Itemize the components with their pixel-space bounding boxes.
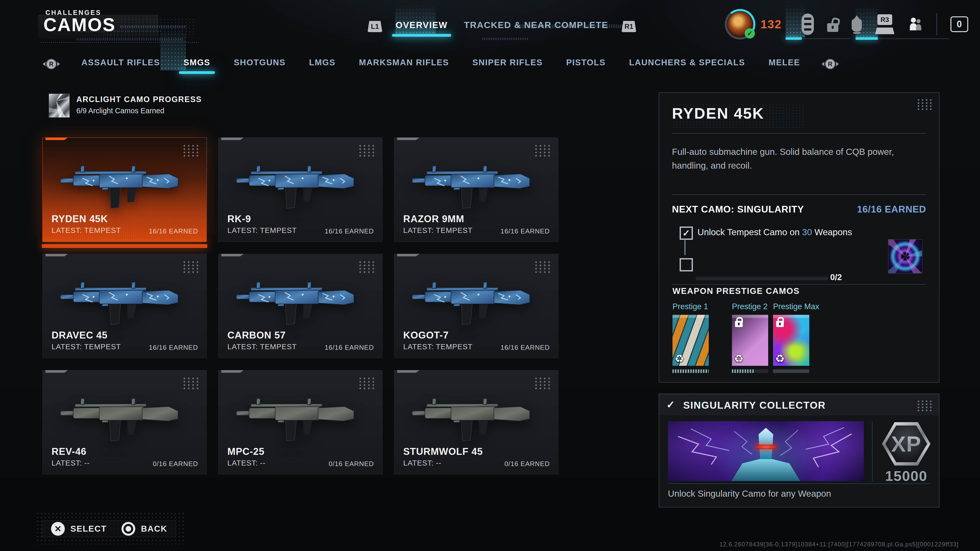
- stick-cycle-left-icon[interactable]: R: [44, 58, 59, 70]
- prestige-label-prestige-1: Prestige 1: [673, 302, 708, 311]
- l1-shoulder-button[interactable]: L1: [368, 21, 382, 32]
- weapon-image-dravec-45: [53, 262, 196, 328]
- xp-value: 15000: [882, 468, 931, 484]
- weapon-description: Full-auto submachine gun. Solid balance …: [672, 145, 902, 173]
- weapon-latest-camo: LATEST: --: [403, 459, 442, 467]
- view-tab-overview[interactable]: OVERVIEW: [393, 18, 450, 35]
- prestige-camo-tile-prestige-2[interactable]: ♻: [732, 315, 768, 366]
- weapon-image-sturmwolf-45: [405, 378, 548, 444]
- decor-noise: [482, 38, 528, 40]
- category-tab-melee[interactable]: MELEE: [767, 55, 801, 73]
- weapon-name: REV-46: [52, 446, 86, 457]
- challenge-value: 30: [802, 227, 812, 237]
- weapon-earned-count: 0/16 EARNED: [504, 460, 550, 468]
- collector-artwork: [668, 421, 864, 481]
- prestige-section-title: WEAPON PRESTIGE CAMOS: [673, 286, 800, 296]
- grid-dots-icon: [916, 98, 933, 111]
- r1-shoulder-button[interactable]: R1: [621, 21, 636, 32]
- player-level: 132: [760, 17, 782, 31]
- prestige-camo-tile-prestige-max[interactable]: ♻: [773, 315, 809, 366]
- card-corner-decor: [397, 138, 420, 140]
- singularity-camo-thumbnail: [888, 239, 922, 273]
- card-corner-decor: [45, 254, 68, 256]
- grid-dots-icon: [916, 400, 933, 412]
- lock-icon: [735, 321, 743, 327]
- category-tab-marksman-rifles[interactable]: MARKSMAN RIFLES: [358, 55, 450, 73]
- next-camo-label: NEXT CAMO: SINGULARITY: [672, 204, 804, 215]
- weapon-card-sturmwolf-45[interactable]: STURMWOLF 45LATEST: --0/16 EARNED: [394, 370, 558, 475]
- weapon-image-rev-46: [53, 378, 196, 444]
- action-back[interactable]: BACK: [121, 522, 167, 536]
- challenge-checkbox-next[interactable]: [679, 258, 693, 272]
- footer-action-bar: ✕SELECTBACK: [42, 520, 176, 537]
- weapon-name: CARBON 57: [228, 330, 286, 341]
- weapon-card-rk-9[interactable]: RK-9LATEST: TEMPEST16/16 EARNED: [218, 138, 383, 242]
- prestige-loop-icon: ♻: [734, 352, 744, 365]
- weapon-image-kogot-7: [405, 262, 548, 328]
- unlock-icon[interactable]: [827, 23, 838, 32]
- weapon-earned-count: 16/16 EARNED: [325, 227, 374, 235]
- weapon-latest-camo: LATEST: --: [228, 459, 266, 467]
- weapon-name: MPC-25: [228, 446, 264, 457]
- challenge-checkbox-complete[interactable]: ✓: [679, 227, 693, 240]
- prestige-label-prestige-max: Prestige Max: [773, 302, 819, 311]
- divider: [668, 483, 930, 484]
- singularity-collector-panel: ✓ SINGULARITY COLLECTOR XP 15000 Unlock …: [659, 394, 939, 507]
- bell-icon[interactable]: [852, 19, 862, 32]
- prestige-loop-icon: ♻: [775, 352, 785, 365]
- arclight-progress-title: ARCLIGHT CAMO PROGRESS: [76, 95, 202, 104]
- category-tab-shotguns[interactable]: SHOTGUNS: [233, 55, 286, 73]
- action-select[interactable]: ✕SELECT: [51, 522, 107, 536]
- weapon-image-razor-9mm: [405, 145, 548, 211]
- weapon-earned-count: 16/16 EARNED: [501, 227, 550, 235]
- weapon-card-mpc-25[interactable]: MPC-25LATEST: --0/16 EARNED: [218, 370, 383, 475]
- challenge-text: Unlock Tempest Camo on 30 Weapons: [697, 227, 852, 237]
- category-tab-lmgs[interactable]: LMGS: [308, 55, 336, 73]
- weapon-image-ryden-45k: [53, 145, 196, 211]
- category-tab-assault-rifles[interactable]: ASSAULT RIFLES: [80, 55, 161, 73]
- detail-weapon-name: RYDEN 45K: [672, 105, 764, 122]
- card-corner-decor: [397, 254, 420, 256]
- rank-icon[interactable]: [802, 14, 814, 35]
- weapon-latest-camo: LATEST: TEMPEST: [52, 226, 121, 235]
- weapon-card-ryden-45k[interactable]: RYDEN 45KLATEST: TEMPEST16/16 EARNED: [42, 138, 207, 242]
- weapon-earned-count: 0/16 EARNED: [329, 460, 374, 468]
- weapon-image-carbon-57: [229, 262, 372, 328]
- challenge-text-suffix: Weapons: [812, 227, 852, 237]
- category-tab-smgs[interactable]: SMGS: [183, 55, 211, 73]
- prestige-camo-tile-prestige-1[interactable]: ♻: [673, 315, 709, 366]
- weapon-card-kogot-7[interactable]: KOGOT-7LATEST: TEMPEST16/16 EARNED: [394, 254, 558, 358]
- hud-divider: [936, 13, 937, 35]
- weapon-grid: RYDEN 45KLATEST: TEMPEST16/16 EARNEDRK-9…: [42, 138, 558, 475]
- weapon-card-carbon-57[interactable]: CARBON 57LATEST: TEMPEST16/16 EARNED: [218, 254, 383, 358]
- collector-caption: Unlock Singularity Camo for any Weapon: [668, 489, 831, 499]
- weapon-name: STURMWOLF 45: [403, 446, 483, 457]
- action-label: BACK: [141, 524, 167, 534]
- weapon-card-rev-46[interactable]: REV-46LATEST: --0/16 EARNED: [42, 370, 207, 475]
- weapon-card-dravec-45[interactable]: DRAVEC 45LATEST: TEMPEST16/16 EARNED: [42, 254, 207, 358]
- weapon-card-razor-9mm[interactable]: RAZOR 9MMLATEST: TEMPEST16/16 EARNED: [394, 138, 558, 242]
- card-corner-decor: [221, 254, 244, 256]
- card-corner-decor: [397, 370, 420, 373]
- collector-title: SINGULARITY COLLECTOR: [683, 400, 826, 411]
- category-tab-launchers-specials[interactable]: LAUNCHERS & SPECIALS: [628, 55, 746, 73]
- weapon-name: DRAVEC 45: [52, 330, 107, 341]
- camos-screen: CHALLENGES CAMOS L1 OVERVIEWTRACKED & NE…: [0, 0, 980, 551]
- card-corner-decor: [221, 370, 244, 373]
- category-tab-sniper-rifles[interactable]: SNIPER RIFLES: [471, 55, 544, 73]
- social-icon[interactable]: [908, 16, 923, 32]
- build-version: 12.6.26078439[36-0.1379]10384+11:[7400][…: [719, 541, 959, 548]
- xp-label: XP: [882, 422, 931, 465]
- player-emblem-avatar[interactable]: ✓: [727, 11, 753, 37]
- lock-icon: [776, 321, 784, 327]
- hud-bar: ✓ 132 R3 0: [727, 10, 968, 38]
- category-tab-pistols[interactable]: PISTOLS: [565, 55, 607, 73]
- weapon-earned-count: 16/16 EARNED: [501, 344, 550, 351]
- r3-touchpad-group[interactable]: R3: [875, 14, 894, 34]
- action-label: SELECT: [70, 524, 107, 534]
- view-tab-tracked-near-complete[interactable]: TRACKED & NEAR COMPLETE: [462, 18, 610, 35]
- hud-icons: R3 0: [802, 10, 968, 38]
- stick-cycle-right-icon[interactable]: R: [822, 58, 838, 70]
- prestige-progress-bar-1: [673, 369, 709, 373]
- weapon-earned-count: 16/16 EARNED: [325, 344, 374, 351]
